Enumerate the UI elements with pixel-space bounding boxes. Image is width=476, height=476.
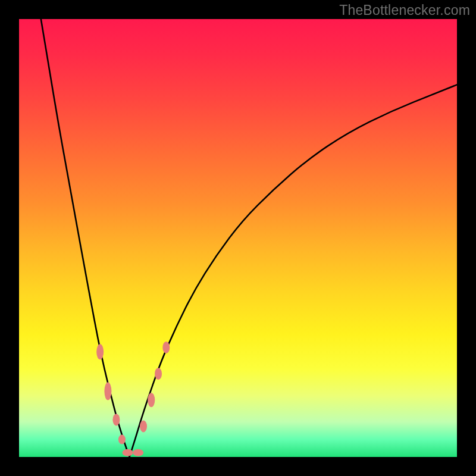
data-markers: [96, 342, 170, 456]
curve-right-branch: [129, 84, 457, 457]
marker-5: [133, 449, 143, 456]
marker-0: [96, 344, 104, 359]
marker-4: [123, 449, 133, 456]
curve-left-branch: [41, 19, 130, 457]
chart-svg: [19, 19, 457, 457]
marker-8: [155, 368, 162, 380]
marker-3: [118, 435, 126, 444]
marker-9: [162, 342, 170, 353]
marker-2: [112, 414, 120, 425]
marker-1: [104, 383, 111, 400]
outer-frame: TheBottlenecker.com: [0, 0, 476, 476]
marker-7: [148, 393, 155, 407]
plot-area: [19, 19, 457, 457]
watermark-text: TheBottlenecker.com: [339, 2, 470, 18]
marker-6: [140, 420, 147, 432]
